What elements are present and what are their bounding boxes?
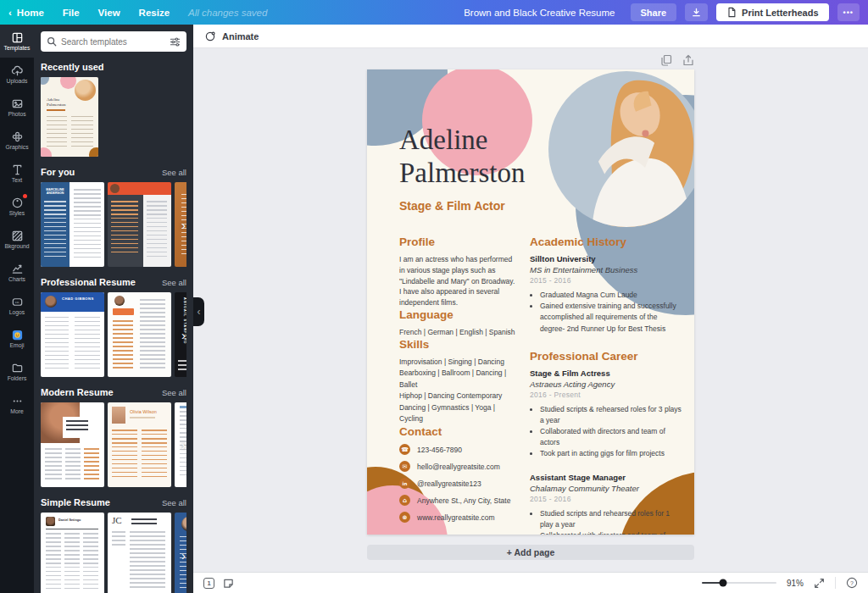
zoom-slider-knob[interactable] <box>719 579 726 587</box>
sidebar-item-logos[interactable]: co. Logos <box>0 289 34 322</box>
document-title[interactable]: Brown and Black Creative Resume <box>464 8 615 18</box>
template-thumb[interactable]: Olivia Wilson <box>108 402 171 487</box>
export-page-icon[interactable] <box>682 54 694 66</box>
section-simple-resume: Simple Resume <box>41 497 110 507</box>
sidebar-item-styles[interactable]: Styles <box>0 190 34 223</box>
animate-button[interactable]: Animate <box>222 31 259 42</box>
career-entry[interactable]: Assistant Stage Manager Chalamay Communi… <box>530 473 682 535</box>
scroll-right-chevron[interactable]: › <box>181 549 186 562</box>
sidebar-item-charts[interactable]: Charts <box>0 256 34 289</box>
see-all-for-you[interactable]: See all <box>162 168 186 177</box>
template-thumb[interactable]: Daniel Setingo <box>41 513 104 593</box>
section-recently-used: Recently used <box>41 62 104 72</box>
thumb-blob <box>89 147 98 157</box>
thumb-lines <box>130 531 165 590</box>
panel-collapse-button[interactable]: ‹ <box>193 297 204 326</box>
view-menu[interactable]: View <box>98 8 120 18</box>
scroll-right-chevron[interactable]: › <box>181 439 186 452</box>
career-entry[interactable]: Stage & Film Actress Astraeus Acting Age… <box>530 369 682 460</box>
see-all-professional[interactable]: See all <box>162 278 186 287</box>
rail-label: Bkground <box>4 244 29 250</box>
template-thumb[interactable] <box>108 182 171 267</box>
zoom-slider[interactable] <box>702 582 776 584</box>
scroll-right-chevron[interactable]: › <box>181 219 186 231</box>
resume-page[interactable]: Adeline Palmerston Stage & Film Actor Pr… <box>367 69 694 535</box>
animate-icon <box>204 30 216 42</box>
download-button[interactable] <box>685 3 708 21</box>
skills-heading[interactable]: Skills <box>399 338 516 351</box>
template-thumb[interactable] <box>41 402 104 487</box>
entry-dates: 2016 - Present <box>530 391 682 399</box>
templates-icon <box>11 31 24 44</box>
template-thumb[interactable]: JC <box>108 513 171 593</box>
profile-heading[interactable]: Profile <box>399 236 516 248</box>
file-menu[interactable]: File <box>63 8 80 18</box>
sidebar-item-uploads[interactable]: Uploads <box>0 58 34 91</box>
email-icon: ✉ <box>399 461 410 472</box>
template-thumb[interactable] <box>108 292 171 377</box>
sidebar-item-photos[interactable]: Photos <box>0 91 34 124</box>
contact-item: in@reallygreatsite123 <box>399 478 516 489</box>
filter-sliders-icon[interactable] <box>170 36 181 47</box>
entry-bullets: Studied scripts and rehearsed roles for … <box>530 508 682 535</box>
see-all-simple[interactable]: See all <box>162 498 186 507</box>
language-body[interactable]: French | German | English | Spanish <box>399 327 516 338</box>
sidebar-item-text[interactable]: Text <box>0 157 34 190</box>
template-thumb[interactable]: MARCELINE ANDERSON <box>41 182 104 267</box>
fullscreen-icon[interactable] <box>814 578 825 589</box>
modern-resume-row: Olivia Wilson › <box>41 402 186 487</box>
sidebar-item-folders[interactable]: Folders <box>0 355 34 388</box>
see-all-modern[interactable]: See all <box>162 388 186 397</box>
thumb-blob <box>41 147 52 157</box>
skills-body[interactable]: Improvisation | Singing | Dancing Bearbo… <box>399 357 516 426</box>
help-icon[interactable]: ? <box>846 577 858 589</box>
academic-entry[interactable]: Sillton University MS in Entertainment B… <box>530 254 682 335</box>
thumb-name: Daniel Setingo <box>58 518 84 522</box>
contact-text: hello@reallygreatsite.com <box>417 463 500 471</box>
thumb-blob <box>41 77 49 85</box>
home-label: Home <box>17 8 44 18</box>
resize-menu[interactable]: Resize <box>139 8 170 18</box>
entry-dates: 2015 - 2016 <box>530 276 682 285</box>
resume-job-title[interactable]: Stage & Film Actor <box>399 199 505 213</box>
rail-label: Text <box>12 178 22 184</box>
page-number-icon[interactable]: 1 <box>203 578 214 589</box>
add-page-button[interactable]: + Add page <box>367 545 694 560</box>
print-letterheads-button[interactable]: Print Letterheads <box>716 3 828 21</box>
resume-name[interactable]: Adeline Palmerston <box>399 124 586 190</box>
duplicate-page-icon[interactable] <box>660 54 672 66</box>
thumb-line <box>47 109 65 111</box>
sidebar-item-background[interactable]: Bkground <box>0 223 34 256</box>
divider <box>835 577 836 589</box>
career-heading[interactable]: Professional Career <box>530 350 682 363</box>
share-button[interactable]: Share <box>631 3 677 21</box>
bullet: Graduated Magna Cum Laude <box>540 290 682 301</box>
document-icon <box>726 7 737 18</box>
contact-list[interactable]: ☎123-456-7890 ✉hello@reallygreatsite.com… <box>399 444 516 523</box>
profile-body[interactable]: I am an actress who has performed in var… <box>399 254 516 308</box>
contact-heading[interactable]: Contact <box>399 425 516 438</box>
home-button[interactable]: ‹Home <box>8 8 44 18</box>
thumb-badge <box>113 308 134 315</box>
scroll-right-chevron[interactable]: › <box>181 329 186 341</box>
academic-heading[interactable]: Academic History <box>530 236 682 248</box>
sidebar-item-graphics[interactable]: Graphics <box>0 124 34 157</box>
template-thumb[interactable]: CHAD GIBBONS <box>41 292 104 377</box>
skills-line: Bearboxing | Ballroom | Dancing | Ballet <box>399 368 516 391</box>
notes-icon[interactable] <box>223 578 234 589</box>
sidebar-item-templates[interactable]: Templates <box>0 25 34 58</box>
thumb-lines <box>46 533 61 589</box>
more-options-button[interactable]: ••• <box>837 3 860 21</box>
section-professional-resume: Professional Resume <box>41 277 136 287</box>
zoom-level: 91% <box>787 579 804 588</box>
search-input[interactable] <box>61 37 165 47</box>
entry-bullets: Studied scripts & rehearsed roles for 3 … <box>530 404 682 460</box>
contact-text: 123-456-7890 <box>417 446 462 454</box>
template-thumb-recent[interactable]: Adeline Palmerston <box>41 77 98 157</box>
sidebar-item-emoji[interactable]: Emoji <box>0 322 34 355</box>
bullet: Studied scripts and rehearsed roles for … <box>540 508 682 530</box>
sidebar-item-more[interactable]: More <box>0 388 34 421</box>
linkedin-icon: in <box>399 478 410 489</box>
thumb-lines <box>71 116 93 150</box>
language-heading[interactable]: Language <box>399 308 516 321</box>
